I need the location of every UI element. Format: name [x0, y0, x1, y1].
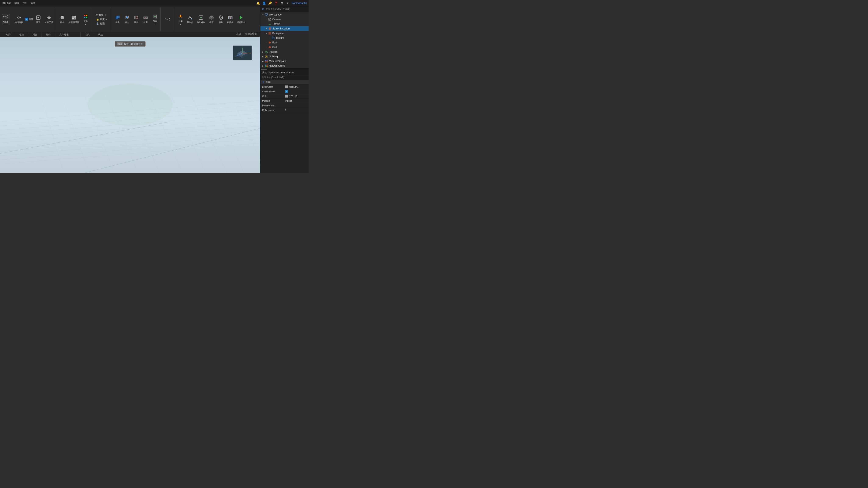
prop-row-castshadow[interactable]: CastShadow ✓: [260, 89, 309, 94]
tree-item-terrain[interactable]: ○ Terrain: [260, 22, 309, 26]
material-value: Plastic: [285, 100, 292, 102]
svg-rect-84: [269, 32, 271, 35]
edit-axis-button[interactable]: 编辑框轴: [13, 14, 24, 25]
svg-rect-41: [228, 16, 230, 19]
menu-avatar[interactable]: 模拟形象: [2, 1, 11, 5]
bell-icon[interactable]: 🔔: [256, 1, 260, 5]
svg-rect-16: [84, 17, 85, 18]
size-control[interactable]: 1x ▲ ▼: [165, 18, 170, 21]
intersect-button[interactable]: 相交: [123, 14, 131, 25]
model-button[interactable]: 模型: [207, 14, 216, 25]
prop-row-color[interactable]: Color [163, 16: [260, 94, 309, 98]
color-value: [163, 16: [289, 95, 297, 97]
baseplate-arrow[interactable]: ▼: [265, 32, 268, 35]
grid-control[interactable]: 1格 ▲ ▼: [2, 20, 10, 24]
advanced-label[interactable]: 高级: [235, 32, 243, 36]
prop-row-materialvari[interactable]: MaterialVari...: [260, 103, 309, 108]
menu-test[interactable]: 测试: [14, 1, 19, 5]
parts-button[interactable]: 部件: [58, 14, 66, 25]
tooltip-text: 按住 Tab 召唤拉杆: [124, 42, 143, 45]
filter-icon: ⊟: [262, 8, 264, 10]
menu-view[interactable]: 视图: [23, 1, 27, 5]
negate-button[interactable]: 镂空: [132, 14, 141, 25]
tree-item-players[interactable]: ▶ Players: [260, 50, 309, 54]
tree-item-networkclient[interactable]: ▶ NetworkClient: [260, 64, 309, 68]
svg-line-50: [0, 126, 260, 147]
networkclient-icon: [265, 64, 268, 68]
collision-button[interactable]: 碰撞组: [226, 14, 235, 25]
align-checkbox[interactable]: ✓: [25, 18, 28, 21]
panel-icon-share[interactable]: ↗: [286, 1, 290, 5]
respawn-icon: [187, 14, 193, 21]
panel-icon-user[interactable]: 👤: [262, 1, 267, 5]
prop-row-material[interactable]: Material Plastic: [260, 98, 309, 103]
spawn-arrow[interactable]: ▶: [265, 27, 268, 30]
materialservice-arrow[interactable]: ▶: [261, 60, 265, 63]
negate-label: 镂空: [134, 21, 138, 24]
svg-rect-102: [265, 66, 266, 67]
properties-filter[interactable]: 过滤属性 (Ctrl+Shift+P): [260, 75, 309, 80]
align-tool-button[interactable]: 对齐工具: [43, 14, 55, 25]
insert-object-button[interactable]: 插入对象: [195, 14, 207, 25]
realign-button[interactable]: 重置: [34, 14, 42, 25]
tree-item-camera[interactable]: ○ Camera: [260, 17, 309, 22]
collision-label: 碰撞组: [227, 21, 234, 24]
asset-manager-label[interactable]: 资源管理器: [244, 32, 258, 36]
grid-value: 1格: [3, 21, 7, 24]
angle-down[interactable]: ▼: [7, 17, 8, 18]
panel-icon-grid[interactable]: ⊞: [280, 1, 284, 5]
color-label: 颜色: [84, 20, 88, 23]
align-checkbox-group: ✓ 对齐: [25, 18, 33, 21]
explorer-scrollbar-h[interactable]: [260, 68, 309, 70]
camera-icon: [268, 18, 272, 21]
prop-row-brickcolor[interactable]: BrickColor Medium...: [260, 85, 309, 89]
tree-item-lighting[interactable]: ▶ Lighting: [260, 54, 309, 59]
panel-icon-help[interactable]: ❓: [274, 1, 278, 5]
players-arrow[interactable]: ▶: [261, 50, 265, 54]
color-button[interactable]: 颜色 ▼: [82, 13, 90, 26]
svg-rect-25: [144, 17, 145, 19]
separate-button[interactable]: 分离: [141, 14, 150, 25]
svg-line-64: [233, 101, 260, 160]
menu-plugins[interactable]: 插件: [31, 1, 35, 5]
castshadow-checkbox[interactable]: ✓: [285, 90, 288, 93]
angle-grid-controls: 45° ▲ ▼ 1格 ▲ ▼: [2, 14, 10, 24]
properties-section-appearance: ▼ 外观: [260, 80, 309, 85]
svg-line-63: [212, 96, 244, 173]
tree-item-part1[interactable]: ○ Part: [260, 40, 309, 45]
angle-control[interactable]: 45° ▲ ▼: [2, 14, 10, 19]
tree-item-spawnlocation[interactable]: ▶ SpawnLocation: [260, 26, 309, 31]
respawn-button[interactable]: 重生点: [186, 14, 194, 25]
networkclient-arrow[interactable]: ▶: [261, 64, 265, 68]
panel-icon-key[interactable]: 🔑: [268, 1, 272, 5]
toolbar-section-constraint: 1x ▲ ▼: [161, 7, 174, 31]
anchor-button[interactable]: ⚓ 锚固: [95, 22, 105, 26]
svg-line-49: [0, 122, 260, 143]
prop-row-reflectance[interactable]: Reflectance 0: [260, 108, 309, 112]
tree-item-materialservice[interactable]: ▶ MaterialService: [260, 59, 309, 64]
lighting-arrow[interactable]: ▶: [261, 55, 265, 58]
viewport[interactable]: Tab 按住 Tab 召唤拉杆 X Y Z: [0, 37, 260, 173]
workspace-icon: [265, 13, 268, 16]
svg-rect-10: [72, 16, 74, 18]
tree-item-baseplate[interactable]: ▼ Baseplate: [260, 31, 309, 36]
service-button[interactable]: 服务: [217, 14, 225, 25]
run-script-button[interactable]: 运行脚本: [236, 14, 247, 25]
lock-button[interactable]: 🔒 锁定 ▼: [95, 18, 108, 22]
combine-button[interactable]: 组合: [113, 14, 122, 25]
effects-button[interactable]: 效果 ▼: [176, 13, 185, 26]
svg-line-51: [0, 130, 260, 152]
section-collapse-icon[interactable]: ▼: [262, 81, 264, 83]
tree-item-workspace[interactable]: ▼ Workspace: [260, 12, 309, 17]
workspace-arrow[interactable]: ▼: [261, 13, 265, 16]
tree-item-part2[interactable]: ○ Part: [260, 45, 309, 50]
tree-item-texture[interactable]: ○ Texture: [260, 36, 309, 40]
group-button[interactable]: ⊞ 群组 ▼: [95, 13, 107, 17]
explorer-scrollbar-thumb[interactable]: [261, 69, 267, 70]
create-button[interactable]: 创建 ▼: [151, 13, 159, 26]
material-manager-button[interactable]: 材质管理器: [67, 14, 81, 25]
align-tool-label: 对齐工具: [45, 21, 53, 24]
service-label: 服务: [219, 21, 223, 24]
grid-down[interactable]: ▼: [7, 22, 8, 24]
svg-line-48: [0, 118, 260, 139]
